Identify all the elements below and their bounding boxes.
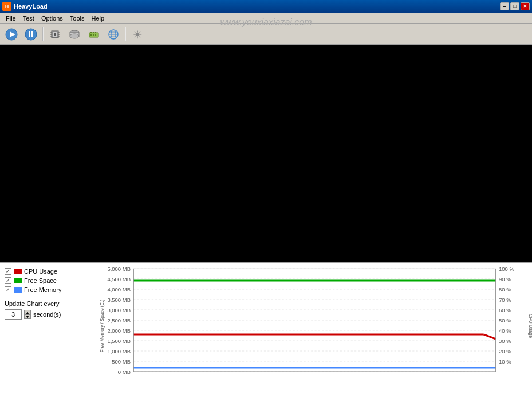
settings-button[interactable] [128,26,147,43]
cpu-label: CPU Usage [24,268,57,275]
freememory-label: Free Memory [24,286,61,293]
chart-svg: 5,000 MB 4,500 MB 4,000 MB 3,500 MB 3,00… [97,266,532,386]
bottom-panel: ✓ CPU Usage ✓ Free Space ✓ Free Memory U… [0,262,532,398]
memory-button[interactable] [85,26,103,43]
toolbar [0,24,532,45]
freespace-color-swatch [14,278,22,283]
svg-text:2,500 MB: 2,500 MB [107,318,131,324]
cpu-checkbox[interactable]: ✓ [5,268,11,275]
update-label: Update Chart every [5,300,92,307]
spinner-down[interactable]: ▼ [24,314,31,319]
svg-text:50 %: 50 % [499,318,511,324]
interval-spinner: ▲ ▼ [24,310,31,319]
cpu-button[interactable] [46,26,64,43]
maximize-button[interactable]: □ [510,2,519,10]
svg-text:3,500 MB: 3,500 MB [107,297,131,303]
menu-tools[interactable]: Tools [66,14,88,22]
toolbar-separator-2 [125,27,126,41]
svg-text:2,000 MB: 2,000 MB [107,328,131,334]
svg-text:5,000 MB: 5,000 MB [107,266,131,272]
svg-rect-18 [90,34,92,36]
legend-panel: ✓ CPU Usage ✓ Free Space ✓ Free Memory U… [0,263,97,398]
pause-button[interactable] [22,26,40,43]
svg-text:500 MB: 500 MB [112,359,131,365]
legend-item-cpu: ✓ CPU Usage [5,268,92,275]
legend-item-freespace: ✓ Free Space [5,277,92,284]
update-input-row: 3 ▲ ▼ second(s) [5,309,92,320]
svg-rect-3 [29,31,30,37]
chart-area: 5,000 MB 4,500 MB 4,000 MB 3,500 MB 3,00… [97,263,532,398]
freespace-label: Free Space [24,277,57,284]
svg-text:100 %: 100 % [499,266,514,272]
svg-text:40 %: 40 % [499,328,511,334]
menu-bar: File Test Options Tools Help [0,13,532,24]
spinner-up[interactable]: ▲ [24,310,31,314]
app-title: HeavyLoad [14,3,48,10]
title-bar: H HeavyLoad – □ ✕ [0,0,532,13]
svg-text:4,000 MB: 4,000 MB [107,287,131,293]
svg-text:1,000 MB: 1,000 MB [107,349,131,354]
svg-text:1,500 MB: 1,500 MB [107,338,131,344]
svg-rect-20 [95,34,96,36]
freememory-color-swatch [14,287,22,293]
network-button[interactable] [104,26,123,43]
main-video-area [0,45,532,262]
freespace-checkbox[interactable]: ✓ [5,277,11,284]
svg-rect-4 [31,31,33,37]
svg-point-29 [136,33,139,36]
svg-text:0 MB: 0 MB [118,369,131,375]
disk-button[interactable] [65,26,84,43]
svg-text:3,000 MB: 3,000 MB [107,308,131,313]
svg-text:4,500 MB: 4,500 MB [107,277,131,282]
cpu-color-swatch [14,269,22,274]
svg-text:30 %: 30 % [499,338,511,344]
close-button[interactable]: ✕ [521,2,530,10]
svg-text:CPU Usage: CPU Usage [528,314,532,338]
svg-text:Free Memory / Space (C:): Free Memory / Space (C:) [99,300,104,353]
svg-point-2 [25,29,37,40]
svg-rect-7 [54,33,56,36]
svg-rect-19 [93,34,94,36]
svg-text:60 %: 60 % [499,308,511,313]
toolbar-separator-1 [42,27,44,41]
menu-help[interactable]: Help [88,14,108,22]
title-bar-buttons: – □ ✕ [500,2,530,10]
seconds-label: second(s) [33,311,61,318]
app-icon: H [2,2,11,11]
play-button[interactable] [2,26,21,43]
minimize-button[interactable]: – [500,2,509,10]
update-section: Update Chart every 3 ▲ ▼ second(s) [5,300,92,320]
update-interval-input[interactable]: 3 [5,309,22,320]
title-bar-left: H HeavyLoad [2,2,48,11]
svg-text:90 %: 90 % [499,277,511,282]
svg-text:20 %: 20 % [499,349,511,354]
svg-text:10 %: 10 % [499,359,511,365]
legend-item-freememory: ✓ Free Memory [5,286,92,293]
svg-point-16 [70,34,79,38]
menu-options[interactable]: Options [38,14,66,22]
svg-text:70 %: 70 % [499,297,511,303]
menu-file[interactable]: File [2,14,19,22]
menu-test[interactable]: Test [19,14,38,22]
svg-text:80 %: 80 % [499,287,511,293]
freememory-checkbox[interactable]: ✓ [5,286,11,293]
